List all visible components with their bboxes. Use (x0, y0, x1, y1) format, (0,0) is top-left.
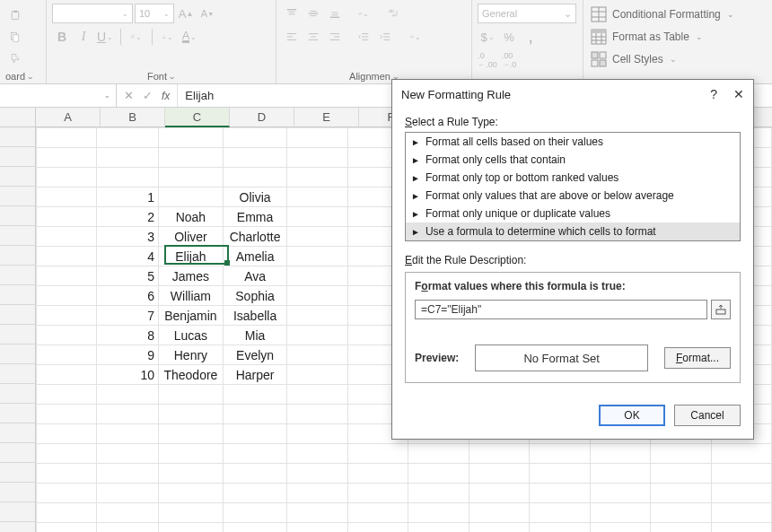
cancel-button[interactable]: Cancel (674, 405, 741, 426)
cell[interactable] (223, 168, 287, 188)
cell[interactable] (347, 503, 408, 523)
cell[interactable] (287, 444, 347, 464)
cell[interactable] (97, 484, 159, 503)
cell[interactable] (590, 523, 650, 533)
cell[interactable] (159, 385, 224, 405)
cell[interactable] (37, 345, 97, 365)
cell[interactable] (37, 503, 97, 523)
cell[interactable] (223, 484, 287, 503)
underline-icon[interactable]: U (95, 27, 115, 47)
cell[interactable] (37, 444, 97, 464)
cell[interactable] (37, 227, 97, 247)
cell[interactable] (223, 424, 287, 444)
cell[interactable] (469, 503, 529, 523)
cell[interactable] (408, 503, 469, 523)
cell[interactable] (287, 503, 347, 523)
cell[interactable] (159, 523, 224, 533)
fill-color-icon[interactable] (158, 27, 178, 47)
row-header[interactable] (0, 305, 36, 325)
increase-font-icon[interactable]: A▲ (176, 4, 196, 23)
cell[interactable] (97, 148, 159, 168)
cell[interactable] (651, 464, 711, 484)
cell[interactable] (159, 464, 224, 484)
row-header[interactable] (0, 364, 36, 384)
rule-type-item[interactable]: ►Format all cells based on their values (406, 133, 740, 151)
cell[interactable] (287, 484, 347, 503)
cell[interactable]: Mia (223, 326, 287, 345)
bold-icon[interactable]: B (52, 27, 72, 47)
cell[interactable] (651, 523, 711, 533)
cell[interactable] (590, 464, 650, 484)
cell[interactable]: Amelia (223, 247, 287, 266)
cell[interactable] (159, 424, 224, 444)
col-header-B[interactable]: B (101, 108, 165, 127)
cell[interactable] (469, 464, 529, 484)
cell[interactable] (223, 148, 287, 168)
copy-icon[interactable] (5, 27, 25, 47)
row-header[interactable] (0, 167, 36, 187)
cell[interactable] (287, 188, 347, 207)
merge-center-icon[interactable] (406, 27, 425, 47)
cell[interactable] (408, 484, 469, 503)
cell[interactable] (530, 444, 590, 464)
col-header-D[interactable]: D (230, 108, 294, 127)
cell[interactable] (408, 523, 469, 533)
decrease-decimal-icon[interactable]: .00→.0 (499, 50, 519, 70)
cell[interactable] (97, 424, 159, 444)
cell[interactable] (347, 464, 408, 484)
cell[interactable] (651, 484, 711, 503)
row-header[interactable] (0, 187, 36, 206)
cell-styles-button[interactable]: Cell Styles⌄ (591, 49, 734, 69)
cell[interactable] (287, 326, 347, 345)
row-header[interactable] (0, 502, 36, 522)
align-bottom-icon[interactable] (325, 4, 345, 23)
cell[interactable] (287, 207, 347, 227)
cell[interactable] (37, 188, 97, 207)
cell[interactable]: James (159, 266, 224, 286)
row-header[interactable] (0, 443, 36, 463)
cell[interactable]: Lucas (159, 326, 224, 345)
fx-icon[interactable]: fx (162, 90, 170, 102)
row-header[interactable] (0, 344, 36, 364)
cell[interactable] (37, 306, 97, 326)
cell[interactable]: 8 (97, 326, 159, 345)
rule-type-item[interactable]: ►Format only unique or duplicate values (406, 205, 740, 222)
cell[interactable] (651, 444, 711, 464)
cell[interactable] (287, 148, 347, 168)
cell[interactable]: 2 (97, 207, 159, 227)
row-header[interactable] (0, 404, 36, 423)
number-format-combo[interactable]: General⌄ (478, 4, 576, 23)
align-center-icon[interactable] (303, 27, 323, 47)
cell[interactable] (711, 523, 771, 533)
align-left-icon[interactable] (282, 27, 302, 47)
rule-type-item[interactable]: ►Use a formula to determine which cells … (406, 222, 740, 240)
decrease-font-icon[interactable]: A▼ (197, 4, 217, 23)
cell[interactable] (223, 128, 287, 148)
collapse-dialog-icon[interactable] (711, 300, 731, 319)
row-header[interactable] (0, 285, 36, 305)
cell[interactable] (711, 503, 771, 523)
rule-type-list[interactable]: ►Format all cells based on their values►… (405, 132, 741, 241)
cell[interactable] (711, 444, 771, 464)
row-header[interactable] (0, 266, 36, 285)
cell[interactable] (287, 286, 347, 306)
col-header-C[interactable]: C (165, 108, 230, 127)
row-header[interactable] (0, 384, 36, 404)
cell[interactable]: 1 (97, 188, 159, 207)
cell[interactable] (159, 188, 224, 207)
cell[interactable] (469, 484, 529, 503)
help-icon[interactable]: ? (710, 87, 717, 101)
cell[interactable]: Olivia (223, 188, 287, 207)
cell[interactable] (97, 464, 159, 484)
cell[interactable] (287, 365, 347, 385)
cell[interactable]: 6 (97, 286, 159, 306)
col-header-E[interactable]: E (294, 108, 359, 127)
cell[interactable]: Harper (223, 365, 287, 385)
cell[interactable]: Evelyn (223, 345, 287, 365)
row-header[interactable] (0, 483, 36, 502)
cell[interactable] (530, 464, 590, 484)
ok-button[interactable]: OK (599, 405, 665, 426)
cell[interactable]: 5 (97, 266, 159, 286)
row-header[interactable] (0, 325, 36, 344)
align-middle-icon[interactable] (303, 4, 323, 23)
